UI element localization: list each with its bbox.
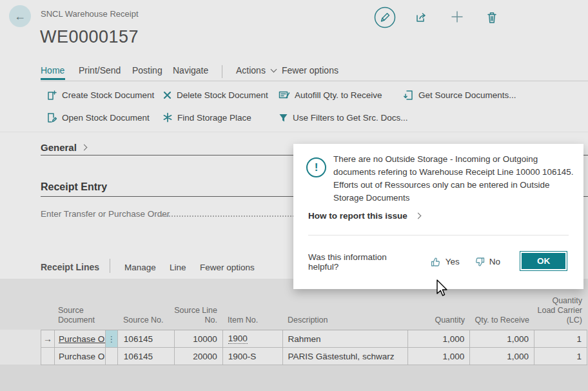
info-exclamation: !: [315, 161, 318, 174]
active-tab-underline: [41, 78, 65, 80]
cell-qty-load-carrier[interactable]: 1: [534, 330, 587, 347]
dialog-feedback-row: Was this information helpful? Yes No: [308, 252, 514, 272]
transfer-purchase-order-field-label: Enter Transfer or Purchase Order: [41, 209, 170, 219]
cell-description[interactable]: PARIS Gästestuhl, schwarz: [283, 348, 409, 365]
dialog-divider: [308, 235, 569, 236]
ok-button[interactable]: OK: [520, 251, 567, 271]
cell-source-line-no[interactable]: 10000: [175, 330, 223, 347]
trash-icon[interactable]: [485, 10, 498, 27]
add-icon[interactable]: [450, 10, 464, 26]
cell-source-no[interactable]: 106145: [118, 330, 175, 347]
row-menu-icon[interactable]: ⋮: [106, 330, 118, 347]
cell-quantity[interactable]: 1,000: [408, 330, 470, 347]
chevron-right-icon: [415, 213, 421, 219]
ok-label: OK: [537, 256, 550, 266]
command-label: Autofill Qty. to Receive: [295, 90, 382, 100]
open-stock-document-button[interactable]: Open Stock Document: [46, 111, 150, 124]
command-label: Get Source Documents...: [418, 90, 516, 100]
item-no-link[interactable]: 1900: [228, 334, 248, 344]
cell-description[interactable]: Rahmen: [283, 330, 409, 347]
row-indicator: [41, 348, 55, 365]
tab-home[interactable]: Home: [41, 65, 64, 75]
command-label: Use Filters to Get Src. Docs...: [293, 113, 408, 123]
column-item-no[interactable]: Item No.: [222, 316, 282, 325]
receipt-lines-title: Receipt Lines: [41, 262, 99, 272]
edit-pencil-icon[interactable]: [373, 6, 397, 32]
receipt-lines-line[interactable]: Line: [170, 263, 186, 272]
find-storage-place-button[interactable]: Find Storage Place: [162, 111, 251, 124]
tab-print-send[interactable]: Print/Send: [79, 65, 121, 75]
cell-item-no[interactable]: 1900: [223, 330, 283, 347]
table-row: Purchase O... 106145 20000 1900-S PARIS …: [41, 348, 587, 365]
chevron-down-icon: [270, 66, 277, 72]
receipt-lines-fewer-options[interactable]: Fewer options: [200, 263, 255, 272]
autofill-icon: [279, 90, 290, 100]
section-general-toggle[interactable]: General: [41, 142, 86, 153]
no-label: No: [489, 257, 500, 266]
receipt-lines-separator: [110, 259, 110, 273]
dialog-message: There are no Outside Storage - Incoming …: [333, 153, 577, 205]
section-receipt-entry-label: Receipt Entry: [41, 181, 107, 193]
document-edit-icon: [46, 112, 57, 123]
row-indicator-arrow-icon: →: [41, 330, 55, 347]
asterisk-icon: [162, 112, 173, 123]
column-quantity[interactable]: Quantity: [408, 316, 470, 325]
arrow-left-icon: ←: [14, 10, 26, 23]
feedback-no-button[interactable]: No: [474, 256, 500, 268]
tab-actions[interactable]: Actions: [236, 65, 276, 75]
document-import-icon: [403, 90, 414, 101]
notification-dialog: ! There are no Outside Storage - Incomin…: [293, 144, 583, 289]
use-filters-button[interactable]: Use Filters to Get Src. Docs...: [279, 111, 408, 124]
command-label: Open Stock Document: [62, 113, 150, 123]
column-qty-load-carrier[interactable]: Quantity Load Carrier (LC): [534, 296, 587, 325]
tabs-divider: [41, 81, 588, 81]
thumbs-down-icon: [474, 256, 485, 268]
column-source-no[interactable]: Source No.: [117, 316, 174, 325]
table-row: → Purchase O... ⋮ 106145 10000 1900 Rahm…: [41, 330, 587, 348]
how-to-report-link[interactable]: How to report this issue: [308, 211, 420, 221]
tab-posting[interactable]: Posting: [132, 65, 162, 75]
x-icon: [162, 90, 172, 100]
command-bar-divider: [0, 132, 588, 132]
column-description[interactable]: Description: [282, 316, 408, 325]
cell-item-no[interactable]: 1900-S: [223, 348, 283, 365]
cell-qty-load-carrier[interactable]: 1: [534, 348, 587, 365]
row-menu-cell[interactable]: [106, 348, 118, 365]
create-stock-document-button[interactable]: Create Stock Document: [46, 88, 154, 101]
command-label: Delete Stock Document: [177, 90, 268, 100]
cell-source-no[interactable]: 106145: [118, 348, 175, 365]
feedback-yes-button[interactable]: Yes: [430, 256, 460, 268]
chevron-right-icon: [81, 145, 87, 151]
cell-source-document[interactable]: Purchase O...: [55, 330, 106, 347]
receipt-lines-manage[interactable]: Manage: [124, 263, 156, 272]
feedback-question: Was this information helpful?: [308, 252, 420, 272]
cell-qty-to-receive[interactable]: 1,000: [470, 330, 534, 347]
page-title: WE0000157: [40, 27, 139, 47]
filter-icon: [279, 113, 288, 123]
get-source-documents-button[interactable]: Get Source Documents...: [403, 88, 516, 101]
info-icon: !: [306, 157, 326, 177]
command-label: Create Stock Document: [62, 90, 154, 100]
tab-actions-label: Actions: [236, 65, 266, 75]
receipt-lines-table: → Purchase O... ⋮ 106145 10000 1900 Rahm…: [41, 330, 587, 365]
tab-navigate[interactable]: Navigate: [173, 65, 208, 75]
yes-label: Yes: [446, 257, 460, 266]
tab-fewer-options[interactable]: Fewer options: [282, 65, 338, 75]
column-source-document[interactable]: Source Document: [41, 306, 117, 325]
how-to-report-label: How to report this issue: [308, 211, 407, 221]
thumbs-up-icon: [430, 256, 442, 268]
section-general-label: General: [41, 142, 77, 153]
column-source-line-no[interactable]: Source Line No.: [174, 306, 222, 325]
column-qty-to-receive[interactable]: Qty. to Receive: [470, 316, 534, 325]
cell-source-line-no[interactable]: 20000: [175, 348, 223, 365]
delete-stock-document-button[interactable]: Delete Stock Document: [162, 88, 268, 101]
cell-source-document[interactable]: Purchase O...: [55, 348, 106, 365]
share-icon[interactable]: [415, 11, 427, 26]
back-button[interactable]: ←: [9, 5, 31, 27]
command-label: Find Storage Place: [177, 113, 251, 123]
cell-qty-to-receive[interactable]: 1,000: [470, 348, 534, 365]
autofill-qty-button[interactable]: Autofill Qty. to Receive: [279, 88, 382, 101]
document-add-icon: [46, 90, 57, 101]
cell-quantity[interactable]: 1,000: [408, 348, 470, 365]
warehouse-receipt-page: ← SNCL Warehouse Receipt WE0000157 Home …: [0, 0, 588, 391]
